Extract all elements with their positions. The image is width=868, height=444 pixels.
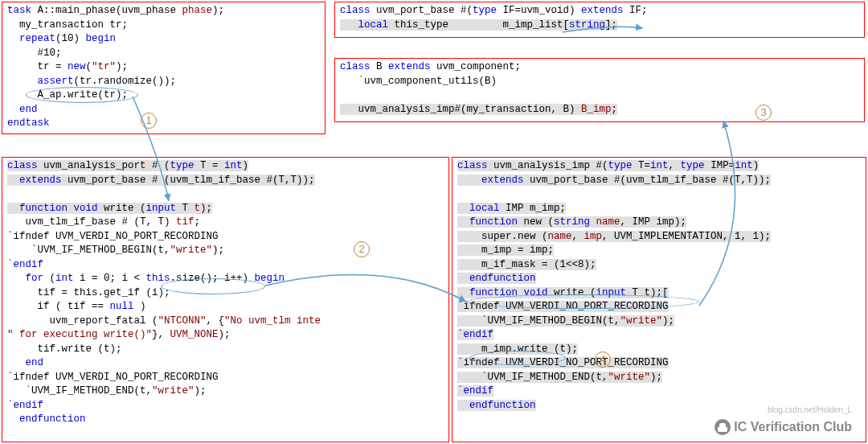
- oval-this-size: [161, 278, 265, 294]
- oval-function-write: [466, 294, 699, 309]
- annotation-4: 4: [595, 352, 611, 368]
- watermark-text: IC Verification Club: [714, 418, 852, 436]
- code: class B extends uvm_component; `uvm_comp…: [335, 59, 864, 118]
- oval-a-ap-write: [26, 87, 138, 103]
- code: task A::main_phase(uvm_phase phase); my_…: [2, 2, 325, 133]
- oval-m-imp-write: [469, 351, 566, 365]
- code-box-analysis-port: class uvm_analysis_port # (type T = int)…: [2, 157, 449, 442]
- code-box-class-b: class B extends uvm_component; `uvm_comp…: [334, 58, 865, 122]
- annotation-3: 3: [755, 105, 772, 121]
- annotation-1: 1: [141, 113, 157, 129]
- wechat-icon: [714, 419, 731, 435]
- code-box-port-base: class uvm_port_base #(type IF=uvm_void) …: [334, 2, 865, 38]
- watermark-url: blog.csdn.net/Holden_L: [768, 405, 852, 416]
- annotation-2: 2: [354, 241, 370, 257]
- code: class uvm_analysis_imp #(type T=int, typ…: [452, 158, 866, 414]
- code-box-task-a: task A::main_phase(uvm_phase phase); my_…: [2, 2, 326, 134]
- code: class uvm_port_base #(type IF=uvm_void) …: [335, 2, 864, 34]
